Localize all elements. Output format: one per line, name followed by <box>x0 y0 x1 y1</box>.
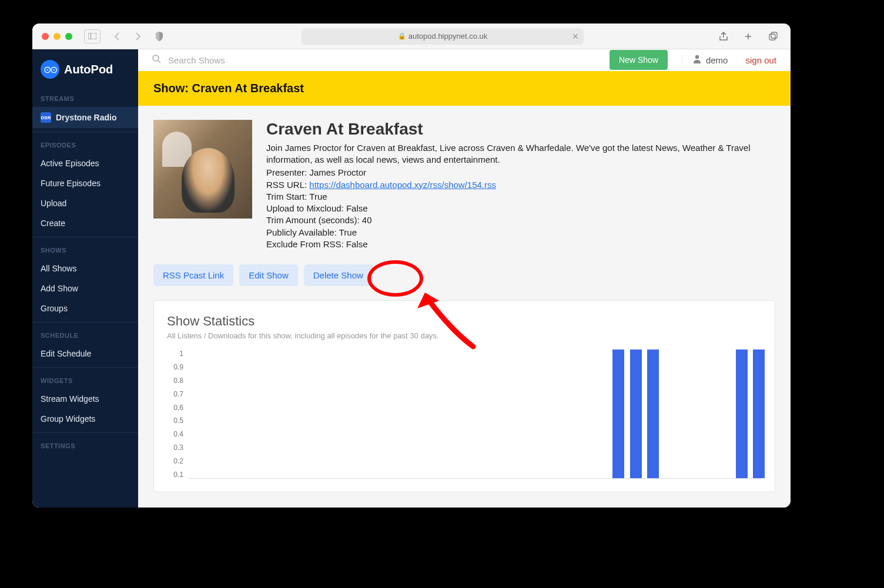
logo-text: AutoPod <box>64 63 113 76</box>
nav-divider <box>32 367 138 368</box>
show-trim-start: Trim Start: True <box>266 191 775 203</box>
chart-bar <box>630 350 642 478</box>
y-tick: 0.3 <box>173 443 183 452</box>
nav-label: Group Widgets <box>41 414 95 424</box>
app-sidebar: ⊙⊙ AutoPod STREAMS DSR Drystone Radio EP… <box>32 49 138 508</box>
stats-subtitle: All Listens / Downloads for this show, i… <box>167 331 762 340</box>
nav-divider <box>32 237 138 237</box>
nav-header-settings: SETTINGS <box>32 436 138 454</box>
sidebar-item-groups[interactable]: Groups <box>32 298 138 318</box>
y-tick: 0.8 <box>173 377 183 385</box>
page-title: Show: Craven At Breakfast <box>153 82 304 95</box>
chart-bar <box>736 350 748 478</box>
chart-area <box>188 350 762 479</box>
shield-icon[interactable] <box>151 29 168 43</box>
chart-y-axis: 10.90.80.70.60.50.40.30.20.1 <box>167 350 188 479</box>
nav-label: Stream Widgets <box>41 394 99 404</box>
sidebar-item-active-episodes[interactable]: Active Episodes <box>32 153 138 173</box>
sidebar-item-all-shows[interactable]: All Shows <box>32 258 138 278</box>
nav-label: Add Show <box>41 284 78 293</box>
rss-link[interactable]: https://dashboard.autopod.xyz/rss/show/1… <box>309 180 496 190</box>
show-exclude-rss: Exclude From RSS: False <box>266 238 775 250</box>
new-tab-icon[interactable] <box>740 29 756 43</box>
y-tick: 0.9 <box>173 363 183 371</box>
sidebar-toggle-icon[interactable] <box>84 29 101 43</box>
sidebar-item-stream-widgets[interactable]: Stream Widgets <box>32 389 138 409</box>
sidebar-item-group-widgets[interactable]: Group Widgets <box>32 409 138 429</box>
sidebar-item-future-episodes[interactable]: Future Episodes <box>32 173 138 193</box>
clear-url-icon[interactable]: ✕ <box>572 32 579 41</box>
sidebar-item-upload[interactable]: Upload <box>32 193 138 213</box>
y-tick: 0.6 <box>173 404 183 412</box>
svg-rect-2 <box>769 34 775 40</box>
stats-card: Show Statistics All Listens / Downloads … <box>153 300 775 492</box>
user-icon <box>693 55 701 65</box>
show-description: Join James Proctor for Craven at Breakfa… <box>266 142 775 166</box>
y-tick: 0.5 <box>173 416 183 425</box>
url-text: autopod.hippynet.co.uk <box>408 32 487 41</box>
nav-divider <box>32 432 138 433</box>
url-bar[interactable]: 🔒 autopod.hippynet.co.uk ✕ <box>302 28 584 45</box>
nav-label: Create <box>41 219 65 228</box>
sidebar-item-add-show[interactable]: Add Show <box>32 278 138 298</box>
minimize-window-button[interactable] <box>53 33 61 40</box>
show-mixcloud: Upload to Mixcloud: False <box>266 203 775 214</box>
sidebar-item-edit-schedule[interactable]: Edit Schedule <box>32 344 138 364</box>
back-button[interactable] <box>109 29 125 43</box>
show-info: Craven At Breakfast Join James Proctor f… <box>266 120 775 250</box>
chart: 10.90.80.70.60.50.40.30.20.1 <box>167 350 762 479</box>
search-input[interactable] <box>168 55 602 65</box>
nav-label: Drystone Radio <box>56 113 116 122</box>
top-bar: New Show demo sign out <box>138 49 791 71</box>
share-icon[interactable] <box>715 29 732 43</box>
app-logo[interactable]: ⊙⊙ AutoPod <box>32 49 138 89</box>
y-tick: 0.2 <box>173 457 183 465</box>
user-menu[interactable]: demo <box>682 55 728 65</box>
nav-label: Upload <box>41 199 66 208</box>
new-show-button[interactable]: New Show <box>610 50 668 70</box>
svg-rect-3 <box>771 32 777 38</box>
chart-bar <box>753 350 765 478</box>
stats-title: Show Statistics <box>167 314 762 329</box>
y-tick: 1 <box>179 350 183 358</box>
show-detail: Craven At Breakfast Join James Proctor f… <box>138 106 791 264</box>
nav-label: Edit Schedule <box>41 349 91 358</box>
nav-divider <box>32 322 138 322</box>
logo-icon: ⊙⊙ <box>41 60 59 79</box>
tabs-icon[interactable] <box>765 29 781 43</box>
rss-pcast-link-button[interactable]: RSS Pcast Link <box>153 264 233 286</box>
edit-show-button[interactable]: Edit Show <box>239 264 298 286</box>
lock-icon: 🔒 <box>398 32 406 40</box>
y-tick: 0.7 <box>173 390 183 398</box>
annotation-circle <box>367 260 423 297</box>
nav-divider <box>32 132 138 132</box>
username-label: demo <box>706 55 728 65</box>
chart-bar <box>612 350 624 478</box>
nav-label: Active Episodes <box>41 159 99 168</box>
page-banner: Show: Craven At Breakfast <box>138 71 791 106</box>
nav-header-schedule: SCHEDULE <box>32 326 138 344</box>
delete-show-button[interactable]: Delete Show <box>304 264 373 286</box>
action-buttons: RSS Pcast Link Edit Show Delete Show <box>138 264 791 300</box>
browser-window: 🔒 autopod.hippynet.co.uk ✕ ⊙⊙ AutoPod <box>32 23 791 508</box>
close-window-button[interactable] <box>42 33 49 40</box>
sidebar-item-create[interactable]: Create <box>32 213 138 233</box>
nav-header-streams: STREAMS <box>32 89 138 107</box>
svg-rect-0 <box>88 33 96 39</box>
sidebar-item-drystone-radio[interactable]: DSR Drystone Radio <box>32 107 138 128</box>
nav-label: Groups <box>41 304 68 313</box>
window-controls <box>42 33 72 40</box>
svg-line-5 <box>158 61 160 63</box>
browser-toolbar: 🔒 autopod.hippynet.co.uk ✕ <box>32 23 791 49</box>
show-title: Craven At Breakfast <box>266 120 775 139</box>
show-trim-amount: Trim Amount (seconds): 40 <box>266 214 775 226</box>
svg-point-6 <box>695 55 699 59</box>
nav-header-shows: SHOWS <box>32 241 138 258</box>
show-rss-url: RSS URL: https://dashboard.autopod.xyz/r… <box>266 179 775 191</box>
maximize-window-button[interactable] <box>65 33 72 40</box>
forward-button[interactable] <box>130 29 146 43</box>
nav-label: All Shows <box>41 264 76 273</box>
signout-link[interactable]: sign out <box>745 55 776 65</box>
nav-label: Future Episodes <box>41 179 101 188</box>
main-content: New Show demo sign out Show: Craven At B… <box>138 49 791 508</box>
